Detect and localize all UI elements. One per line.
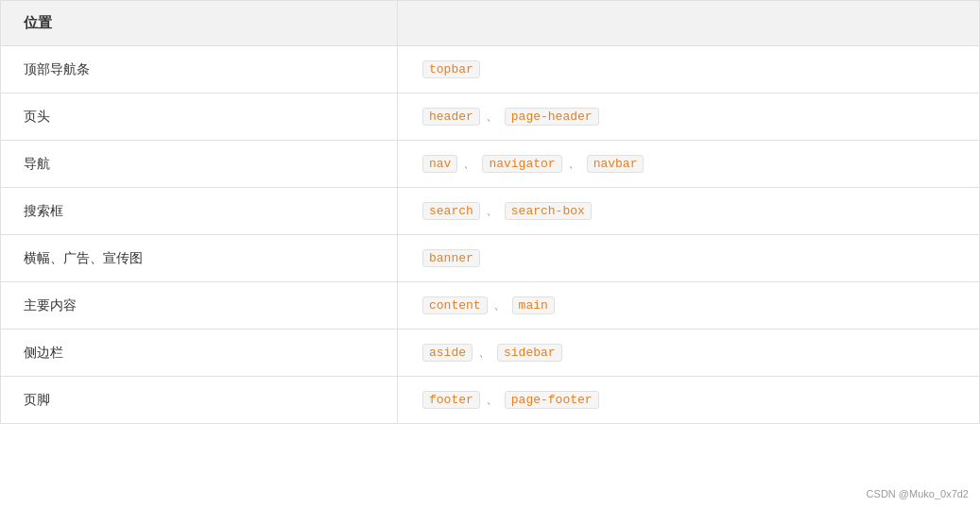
row-tags: topbar (398, 46, 980, 93)
code-tag: sidebar (497, 344, 562, 362)
code-tag: navbar (587, 155, 645, 173)
code-tag: nav (422, 155, 457, 173)
separator: 、 (493, 296, 507, 312)
row-tags: content、main (398, 282, 980, 330)
row-label: 横幅、广告、宣传图 (1, 235, 398, 282)
row-tags: nav、navigator、navbar (398, 141, 980, 188)
watermark: CSDN @Muko_0x7d2 (867, 488, 969, 499)
separator: 、 (486, 108, 499, 123)
code-tag: page-footer (505, 391, 599, 409)
code-tag: banner (422, 249, 480, 267)
code-tag: main (512, 296, 555, 314)
row-label: 搜索框 (1, 188, 398, 235)
code-tag: topbar (422, 60, 480, 78)
row-label: 侧边栏 (1, 330, 398, 377)
table-row: 横幅、广告、宣传图banner (1, 235, 980, 282)
code-tag: content (422, 296, 488, 314)
row-label: 主要内容 (1, 282, 398, 330)
row-tags: header、page-header (398, 93, 980, 141)
row-tags: search、search-box (398, 188, 980, 235)
row-label: 导航 (1, 141, 398, 188)
position-table: 位置 顶部导航条topbar页头header、page-header导航nav、… (0, 0, 980, 424)
main-container: 位置 顶部导航条topbar页头header、page-header导航nav、… (0, 0, 980, 507)
table-row: 搜索框search、search-box (1, 188, 980, 235)
table-header-row: 位置 (1, 1, 980, 46)
code-tag: search (422, 202, 480, 220)
row-tags: footer、page-footer (398, 377, 980, 424)
code-tag: page-header (505, 108, 599, 126)
table-row: 侧边栏aside、sidebar (1, 330, 980, 377)
separator: 、 (568, 155, 581, 170)
separator: 、 (463, 155, 476, 170)
separator: 、 (486, 202, 499, 217)
table-row: 导航nav、navigator、navbar (1, 141, 980, 188)
table-row: 顶部导航条topbar (1, 46, 980, 93)
code-tag: search-box (505, 202, 592, 220)
table-row: 页脚footer、page-footer (1, 377, 980, 424)
separator: 、 (486, 391, 499, 406)
separator: 、 (478, 344, 491, 359)
row-label: 顶部导航条 (1, 46, 398, 93)
row-label: 页脚 (1, 377, 398, 424)
code-tag: footer (422, 391, 480, 409)
code-tag: header (422, 108, 480, 126)
table-row: 主要内容content、main (1, 282, 980, 330)
row-tags: banner (398, 235, 980, 282)
code-tag: aside (422, 344, 473, 362)
col-value-header (398, 1, 980, 46)
table-row: 页头header、page-header (1, 93, 980, 141)
code-tag: navigator (482, 155, 561, 173)
row-label: 页头 (1, 93, 398, 141)
col-position-header: 位置 (1, 1, 398, 46)
row-tags: aside、sidebar (398, 330, 980, 377)
